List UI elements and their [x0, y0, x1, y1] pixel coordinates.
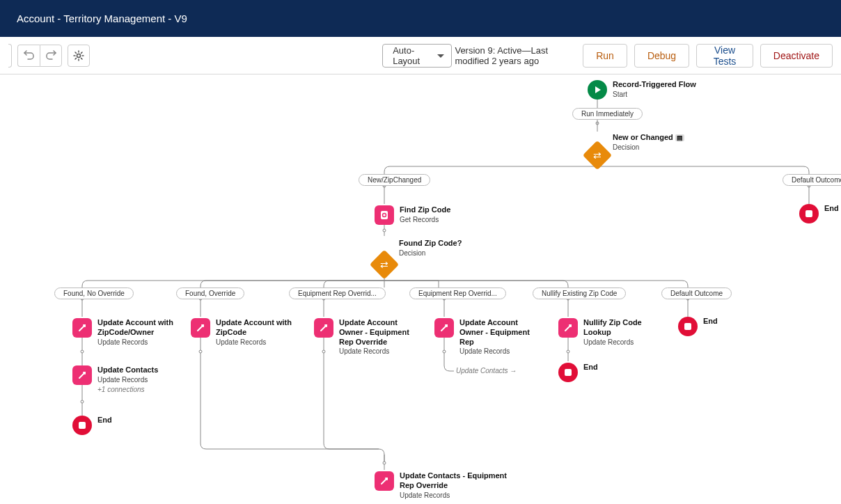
svg-point-2: [596, 122, 599, 125]
update-records-icon: [191, 318, 210, 338]
decision2-title: Found Zip Code?: [399, 239, 462, 247]
deactivate-button[interactable]: Deactivate: [760, 44, 833, 68]
svg-point-38: [383, 462, 386, 464]
outcome-found-no-override[interactable]: Found, No Override: [54, 288, 134, 299]
outcome-nullify[interactable]: Nullify Existing Zip Code: [533, 288, 626, 299]
undo-button[interactable]: [17, 45, 40, 67]
n1-sub: Update Records: [97, 338, 148, 346]
start-sub: Start: [613, 90, 627, 98]
update-owner-equip-rep[interactable]: Update Account Owner - Equipment RepUpda…: [434, 318, 539, 356]
decision2-sub: Decision: [399, 249, 425, 257]
decision-icon: ⇄: [380, 259, 388, 270]
n4-title: Update Account Owner - Equipment Rep: [459, 318, 530, 346]
settings-button[interactable]: [68, 45, 90, 67]
stop-icon: [678, 317, 698, 336]
nc-extra: +1 connections: [97, 386, 145, 393]
svg-point-0: [77, 54, 81, 57]
update-account-zipcode-owner[interactable]: Update Account with ZipCode/OwnerUpdate …: [72, 318, 191, 347]
update-owner-equip-override[interactable]: Update Account Owner - Equipment Rep Ove…: [314, 318, 418, 356]
n5-title: Nullify Zip Code Lookup: [583, 318, 642, 336]
view-tests-button[interactable]: View Tests: [696, 44, 753, 68]
outcome-found-override[interactable]: Found, Override: [176, 288, 244, 299]
layout-select-label: Auto-Layout: [393, 45, 433, 66]
start-node[interactable]: Record-Triggered FlowStart: [588, 80, 696, 100]
find-zip-title: Find Zip Code: [400, 205, 450, 214]
outcome-equip-override-1[interactable]: Equipment Rep Overrid...: [289, 288, 386, 299]
update-contacts-equip-override[interactable]: Update Contacts - Equipment Rep Override…: [375, 471, 514, 500]
stop-icon: [558, 363, 578, 382]
decision1-sub: Decision: [613, 143, 639, 151]
svg-point-28: [81, 400, 84, 403]
toolbar: Auto-Layout Version 9: Active—Last modif…: [0, 37, 841, 74]
start-title: Record-Triggered Flow: [613, 80, 696, 88]
outcome-new-zipchanged[interactable]: New/ZipChanged: [359, 174, 430, 186]
svg-point-26: [81, 350, 84, 353]
decision-icon: ⇄: [593, 150, 602, 161]
end-b5-label: End: [583, 363, 598, 371]
outcome-equip-override-2[interactable]: Equipment Rep Overrid...: [409, 288, 506, 299]
end-b6-label: End: [703, 317, 718, 325]
update-account-zipcode[interactable]: Update Account with ZipCodeUpdate Record…: [191, 318, 309, 347]
n3-sub: Update Records: [339, 347, 389, 355]
decision2-label: Found Zip Code? Decision: [399, 239, 462, 258]
outcome-default-1[interactable]: Default Outcome: [783, 174, 841, 186]
decision1-title: New or Changed: [613, 133, 673, 141]
decision-found-zip[interactable]: ⇄: [374, 254, 395, 275]
flow-canvas[interactable]: Record-Triggered FlowStart Run Immediate…: [0, 74, 841, 504]
run-button[interactable]: Run: [583, 44, 627, 68]
find-zip-node[interactable]: Find Zip CodeGet Records: [375, 205, 450, 225]
run-immediately-pill[interactable]: Run Immediately: [572, 108, 643, 120]
page-title: Account - Territory Management - V9: [17, 13, 187, 24]
stop-icon: [799, 204, 819, 223]
get-records-icon: [375, 205, 394, 225]
svg-point-10: [383, 229, 386, 232]
update-records-icon: [434, 318, 454, 338]
panel-toggle[interactable]: [8, 44, 12, 68]
update-records-icon: [72, 365, 92, 385]
decision1-label: New or Changed ▤ Decision: [613, 133, 684, 152]
svg-point-30: [199, 350, 202, 353]
end-node-branch6[interactable]: End: [678, 317, 718, 336]
nc2-title: Update Contacts - Equipment Rep Override: [400, 471, 507, 489]
svg-rect-39: [381, 211, 388, 219]
nc2-sub: Update Records: [400, 491, 450, 499]
end-b1-label: End: [97, 416, 112, 424]
layout-select[interactable]: Auto-Layout: [382, 44, 452, 68]
nc-sub: Update Records: [97, 376, 148, 384]
update-records-icon: [314, 318, 333, 338]
n1-title: Update Account with ZipCode/Owner: [97, 318, 173, 336]
n4-sub: Update Records: [459, 347, 510, 355]
error-icon: ▤: [675, 134, 684, 141]
outcome-default-2[interactable]: Default Outcome: [661, 288, 732, 299]
end-top-label: End: [824, 204, 839, 212]
n5-sub: Update Records: [583, 338, 634, 346]
find-zip-sub: Get Records: [400, 216, 439, 223]
play-icon: [588, 80, 607, 100]
end-node-branch5[interactable]: End: [558, 363, 598, 382]
nc-title: Update Contacts: [97, 365, 158, 374]
decision-new-or-changed[interactable]: ⇄: [587, 145, 608, 166]
update-records-icon: [72, 318, 92, 338]
n2-title: Update Account with ZipCode: [216, 318, 292, 336]
update-records-icon: [375, 471, 394, 491]
svg-point-36: [567, 350, 569, 353]
update-records-icon: [558, 318, 578, 338]
update-contacts-node[interactable]: Update ContactsUpdate Records+1 connecti…: [72, 365, 158, 394]
nullify-zip-lookup[interactable]: Nullify Zip Code LookupUpdate Records: [558, 318, 670, 347]
end-node-branch1[interactable]: End: [72, 416, 112, 435]
version-status: Version 9: Active—Last modified 2 years …: [455, 45, 573, 66]
redo-button[interactable]: [40, 45, 62, 67]
debug-button[interactable]: Debug: [634, 44, 689, 68]
n2-sub: Update Records: [216, 338, 266, 346]
goto-update-contacts[interactable]: Update Contacts →: [456, 367, 517, 375]
end-node-default1[interactable]: End: [799, 204, 839, 223]
header: Account - Territory Management - V9: [0, 0, 841, 37]
stop-icon: [72, 416, 92, 435]
n3-title: Update Account Owner - Equipment Rep Ove…: [339, 318, 409, 346]
